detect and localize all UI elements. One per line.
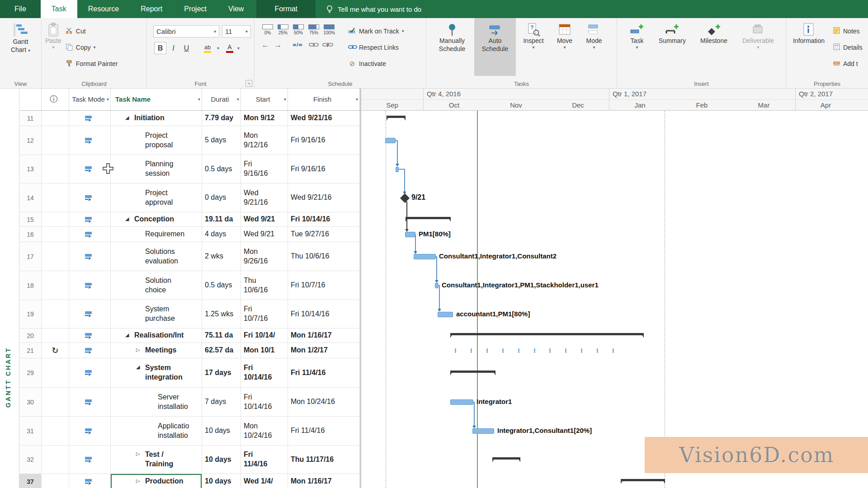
finish-cell[interactable]: Fri 10/14/16 [288,212,360,227]
row-number-cell[interactable]: 20 [19,328,42,343]
bold-button[interactable]: B [154,42,166,54]
percent-complete-button-75[interactable]: 75% [306,24,321,35]
manually-schedule-button[interactable]: Manually Schedule [433,18,472,76]
tab-format[interactable]: Format [263,0,309,18]
font-size-select[interactable]: 11 ▾ [222,25,251,38]
copy-button[interactable]: Copy ▾ [65,42,118,53]
row-info-cell[interactable] [42,388,69,417]
start-cell[interactable]: Fri 10/14/ [241,328,288,343]
task-mode-cell[interactable] [69,388,111,417]
start-cell[interactable]: Wed 9/21/16 [241,183,288,212]
collapse-triangle-icon[interactable]: ◢ [125,332,129,338]
finish-column-header[interactable]: Finish▾ [288,89,360,110]
row-number-cell[interactable]: 14 [19,183,42,212]
information-button[interactable]: Information [789,18,829,76]
gantt-task-bar[interactable] [405,232,415,237]
font-color-button[interactable]: A [223,42,236,54]
duration-cell[interactable]: 0.5 days [202,271,241,300]
format-painter-button[interactable]: Format Painter [65,58,118,70]
finish-cell[interactable]: Fri 10/7/16 [288,271,360,300]
background-color-button[interactable]: ab [199,42,216,54]
task-name-cell[interactable]: Project proposal [111,126,202,155]
finish-cell[interactable]: Thu 10/6/16 [288,242,360,271]
insert-milestone-button[interactable]: Milestone [693,18,735,76]
gantt-summary-bar[interactable] [492,457,520,463]
collapse-triangle-icon[interactable]: ◢ [125,216,129,222]
gantt-summary-bar[interactable] [387,116,406,121]
task-name-cell[interactable]: Server installatio [111,388,202,417]
tab-resource[interactable]: Resource [77,0,130,18]
finish-cell[interactable]: Fri 10/14/16 [288,300,360,328]
gantt-summary-bar[interactable] [621,479,665,484]
font-family-select[interactable]: Calibri ▾ [153,25,219,38]
row-info-cell[interactable] [42,227,69,242]
row-info-cell[interactable] [42,183,69,212]
row-number-cell[interactable]: 29 [19,358,42,388]
notes-button[interactable]: Notes [832,25,863,37]
finish-cell[interactable]: Wed 9/21/16 [288,183,360,212]
task-name-cell[interactable]: Project approval [111,183,202,212]
row-info-cell[interactable] [42,242,69,271]
gantt-task-bar[interactable] [414,254,436,259]
unlink-tasks-icon[interactable] [322,42,333,49]
gantt-task-bar[interactable] [385,138,396,143]
start-cell[interactable]: Wed 1/4/ [241,474,288,488]
row-number-cell[interactable]: 16 [19,227,42,242]
task-mode-cell[interactable] [69,446,111,474]
start-cell[interactable]: Mon 9/12 [241,111,288,126]
task-name-cell[interactable]: Planning session [111,155,202,183]
task-mode-cell[interactable] [69,474,111,488]
start-cell[interactable]: Wed 9/21 [241,212,288,227]
tab-view[interactable]: View [217,0,255,18]
start-cell[interactable]: Mon 10/24/16 [241,417,288,446]
row-info-cell[interactable] [42,271,69,300]
row-info-cell[interactable] [42,328,69,343]
task-name-cell[interactable]: System purchase [111,300,202,328]
task-name-cell[interactable]: Solution choice [111,271,202,300]
task-mode-cell[interactable] [69,212,111,227]
tab-report[interactable]: Report [130,0,173,18]
start-cell[interactable]: Fri 10/7/16 [241,300,288,328]
tell-me-box[interactable]: Tell me what you want to do [326,0,421,18]
expand-triangle-icon[interactable]: ▷ [136,451,140,457]
row-info-cell[interactable] [42,417,69,446]
task-mode-cell[interactable] [69,358,111,388]
recurring-task-ticks[interactable] [455,348,613,353]
task-mode-cell[interactable] [69,417,111,446]
start-cell[interactable]: Fri 9/16/16 [241,155,288,183]
row-info-cell[interactable]: ↻ [42,343,69,358]
duration-cell[interactable]: 7 days [202,388,241,417]
split-task-icon[interactable] [292,41,302,50]
task-name-cell[interactable]: ◢System integration [111,358,202,388]
row-number-cell[interactable]: 13 [19,155,42,183]
duration-cell[interactable]: 62.57 da [202,343,241,358]
task-name-cell[interactable]: ▷Production [111,474,202,488]
start-column-header[interactable]: Start▾ [241,89,288,110]
details-button[interactable]: Details [832,42,863,53]
row-info-cell[interactable] [42,300,69,328]
cut-button[interactable]: Cut [65,25,118,37]
row-number-cell[interactable]: 32 [19,446,42,474]
finish-cell[interactable]: Tue 9/27/16 [288,227,360,242]
insert-deliverable-button[interactable]: Deliverable ▾ [736,18,780,76]
percent-complete-button-50[interactable]: 50% [291,24,306,35]
finish-cell[interactable]: Mon 1/16/17 [288,474,360,488]
gantt-task-bar[interactable] [450,399,473,405]
expand-triangle-icon[interactable]: ▷ [136,478,140,484]
row-number-cell[interactable]: 15 [19,212,42,227]
insert-summary-button[interactable]: Summary [653,18,691,76]
finish-cell[interactable]: Fri 11/4/16 [288,417,360,446]
row-number-cell[interactable]: 37 [19,474,42,488]
duration-cell[interactable]: 17 days [202,358,241,388]
task-name-cell[interactable]: Requiremen [111,227,202,242]
duration-cell[interactable]: 7.79 day [202,111,241,126]
task-name-cell[interactable]: ◢Conception [111,212,202,227]
row-number-cell[interactable]: 19 [19,300,42,328]
duration-cell[interactable]: 2 wks [202,242,241,271]
row-info-cell[interactable] [42,126,69,155]
gantt-task-bar[interactable] [438,312,453,317]
tab-file[interactable]: File [0,0,41,18]
duration-cell[interactable]: 0 days [202,183,241,212]
indent-task-button[interactable]: → [273,41,283,50]
gantt-milestone-diamond[interactable] [400,193,410,203]
